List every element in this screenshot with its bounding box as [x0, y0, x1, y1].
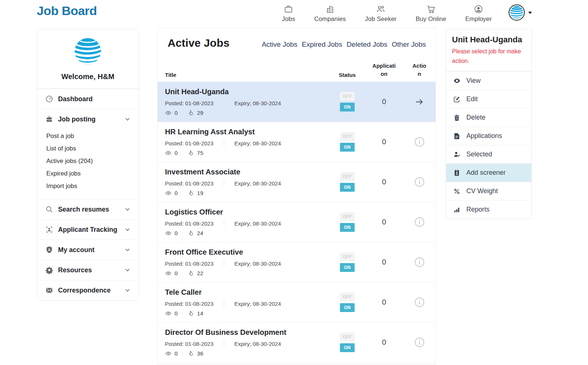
hand-pointer-icon — [188, 150, 194, 156]
file-text-icon — [453, 132, 461, 140]
job-row-investment-associate[interactable]: Investment Associate Posted: 01-08-2023 … — [158, 162, 435, 202]
search-icon — [45, 205, 53, 213]
toggle-on-button[interactable]: ON — [340, 303, 355, 312]
action-item-delete[interactable]: Delete — [446, 108, 531, 127]
nav-label: Buy Online — [416, 15, 446, 23]
percent-icon — [453, 188, 461, 195]
toggle-off-button[interactable]: OFF — [340, 252, 355, 261]
toggle-on-button[interactable]: ON — [340, 263, 355, 272]
toggle-on-button[interactable]: ON — [340, 183, 355, 192]
info-icon[interactable] — [415, 137, 424, 147]
briefcase-icon — [45, 115, 53, 123]
action-item-label: Add screener — [466, 169, 506, 177]
column-header-application: Application — [365, 62, 403, 78]
sidebar-item-applicant-tracking[interactable]: Applicant Tracking — [37, 219, 139, 240]
tab-active-jobs[interactable]: Active Jobs — [262, 40, 297, 49]
action-item-add-screener[interactable]: Add screener — [446, 163, 531, 182]
eye-icon — [165, 230, 172, 237]
action-item-reports[interactable]: Reports — [446, 200, 531, 219]
nav-item-job-seeker[interactable]: Job Seeker — [365, 4, 397, 23]
nav-item-buy-online[interactable]: Buy Online — [416, 4, 446, 23]
sidebar-item-search-resumes[interactable]: Search resumes — [37, 199, 139, 219]
action-item-view[interactable]: View — [446, 71, 531, 90]
job-row-front-office-executive[interactable]: Front Office Executive Posted: 01-08-202… — [158, 242, 435, 282]
sidebar-subitem-post-a-job[interactable]: Post a job — [46, 130, 130, 142]
nav-item-employer[interactable]: Employer — [465, 4, 492, 23]
job-row-tele-caller[interactable]: Tele Caller Posted: 01-08-2023 Expiry; 0… — [158, 282, 435, 322]
sidebar-item-dashboard[interactable]: Dashboard — [37, 89, 139, 109]
briefcase-icon — [284, 4, 293, 14]
action-item-label: Delete — [466, 114, 485, 121]
job-row-unit-head-uganda[interactable]: Unit Head-Uganda Posted: 01-08-2023 Expi… — [158, 82, 435, 122]
chevron-down-icon — [125, 116, 130, 122]
action-item-label: Edit — [466, 95, 478, 103]
action-item-edit[interactable]: Edit — [446, 90, 531, 108]
hand-pointer-icon — [188, 310, 194, 316]
eye-icon — [165, 350, 172, 357]
building-icon — [325, 4, 335, 14]
id-badge-icon — [453, 169, 461, 177]
toggle-off-button[interactable]: OFF — [340, 293, 355, 301]
att-globe-icon — [510, 6, 524, 20]
action-item-label: Applications — [466, 132, 502, 140]
job-posted-date: Posted: 01-08-2023 — [165, 180, 224, 187]
job-posted-date: Posted: 01-08-2023 — [165, 100, 224, 106]
toggle-off-button[interactable]: OFF — [340, 333, 355, 341]
job-expiry-date: Expiry; 08-30-2024 — [224, 341, 281, 347]
brand-logo[interactable]: Job Board — [37, 4, 97, 18]
chevron-down-icon — [125, 206, 130, 212]
toggle-on-button[interactable]: ON — [340, 143, 355, 152]
info-icon[interactable] — [415, 177, 424, 187]
account-menu-button[interactable] — [509, 4, 533, 21]
applications-count: 0 — [365, 98, 403, 106]
top-navigation: Jobs Companies Job Seeker — [282, 4, 492, 23]
selected-job-title: Unit Head-Uganda — [452, 35, 526, 45]
action-item-selected[interactable]: Selected — [446, 145, 531, 163]
likes-count: 14 — [197, 310, 203, 316]
jobs-panel-header: Active Jobs Active Jobs Expired Jobs Del… — [158, 28, 435, 49]
info-icon[interactable] — [415, 337, 424, 347]
job-posting-submenu: Post a job List of jobs Active jobs (204… — [37, 129, 139, 199]
toggle-off-button[interactable]: OFF — [340, 92, 355, 101]
toggle-off-button[interactable]: OFF — [340, 212, 355, 221]
job-expiry-date: Expiry; 08-30-2024 — [224, 100, 281, 106]
job-row-logistics-officer[interactable]: Logistics Officer Posted: 01-08-2023 Exp… — [158, 202, 435, 242]
toggle-on-button[interactable]: ON — [340, 223, 355, 232]
applications-count: 0 — [365, 298, 403, 306]
column-header-status: Status — [330, 72, 365, 78]
tab-other-jobs[interactable]: Other Jobs — [392, 40, 426, 49]
arrow-right-icon[interactable] — [415, 97, 424, 107]
sidebar-item-label: Search resumes — [58, 206, 109, 213]
eye-icon — [165, 150, 172, 156]
sidebar-subitem-import-jobs[interactable]: Import jobs — [46, 180, 130, 192]
action-item-cv-weight[interactable]: CV Weight — [446, 182, 531, 200]
job-title: Director Of Business Development — [165, 328, 330, 337]
toggle-on-button[interactable]: ON — [340, 343, 355, 352]
info-icon[interactable] — [415, 297, 424, 307]
sidebar-subitem-expired-jobs[interactable]: Expired jobs — [46, 167, 130, 180]
person-check-icon — [453, 150, 461, 158]
toggle-off-button[interactable]: OFF — [340, 132, 355, 141]
sidebar-subitem-list-of-jobs[interactable]: List of jobs — [46, 142, 130, 155]
sidebar-subitem-active-jobs[interactable]: Active jobs (204) — [46, 155, 130, 167]
info-icon[interactable] — [415, 217, 424, 227]
info-icon[interactable] — [415, 257, 424, 267]
eye-icon — [165, 110, 172, 116]
sidebar-item-correspondence[interactable]: Correspondence — [37, 280, 139, 300]
toggle-on-button[interactable]: ON — [340, 103, 355, 111]
toggle-off-button[interactable]: OFF — [340, 172, 355, 181]
nav-item-jobs[interactable]: Jobs — [282, 4, 295, 23]
job-posted-date: Posted: 01-08-2023 — [165, 261, 224, 267]
job-row-director-of-business-development[interactable]: Director Of Business Development Posted:… — [158, 322, 435, 362]
tab-deleted-jobs[interactable]: Deleted Jobs — [347, 40, 387, 49]
sidebar-item-resources[interactable]: Resources — [37, 260, 139, 280]
tab-expired-jobs[interactable]: Expired Jobs — [302, 40, 342, 49]
sidebar-item-job-posting[interactable]: Job posting — [37, 109, 139, 129]
status-toggle: OFF ON — [330, 333, 365, 352]
job-row-hr-learning-asst-analyst[interactable]: HR Learning Asst Analyst Posted: 01-08-2… — [158, 122, 435, 162]
action-panel-message: Please select job for make action. — [452, 47, 526, 66]
eye-icon — [165, 310, 172, 317]
sidebar-item-my-account[interactable]: My account — [37, 240, 139, 260]
nav-item-companies[interactable]: Companies — [314, 4, 346, 23]
action-item-applications[interactable]: Applications — [446, 127, 531, 145]
